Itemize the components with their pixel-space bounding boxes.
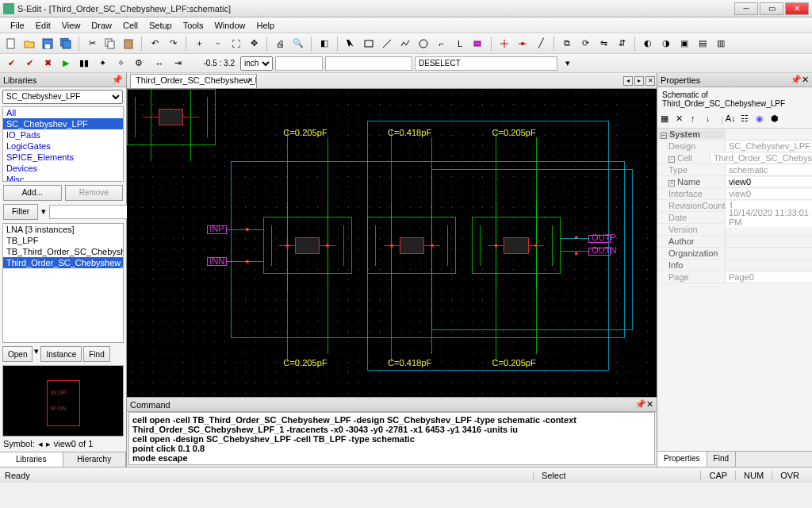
library-list[interactable]: All SC_Chebyshev_LPF IO_Pads LogicGates … — [2, 106, 124, 182]
library-select[interactable]: SC_Chebyshev_LPF — [2, 90, 123, 104]
cell-item[interactable]: LNA [3 instances] — [3, 224, 123, 235]
lib-item[interactable]: LogicGates — [3, 140, 123, 152]
lib-item[interactable]: All — [3, 107, 123, 118]
tab-libraries[interactable]: Libraries — [0, 452, 63, 467]
cell-list[interactable]: LNA [3 instances] TB_LPF TB_Third_Order_… — [2, 223, 124, 343]
units-select[interactable]: inch — [240, 56, 273, 71]
prop-pin-icon[interactable]: 📌 — [791, 75, 802, 85]
goto-icon[interactable]: ⇥ — [170, 56, 186, 71]
remove-library-button[interactable]: Remove — [65, 185, 124, 201]
prop-add-icon[interactable]: ▦ — [661, 114, 673, 126]
tool-b-icon[interactable]: ✧ — [113, 56, 128, 71]
tab-close-icon[interactable]: ✕ — [247, 76, 254, 84]
cut-icon[interactable]: ✂ — [84, 36, 100, 52]
cmd-pin-icon[interactable]: 📌 — [635, 399, 646, 410]
maximize-button[interactable]: ▭ — [760, 2, 783, 15]
minimize-button[interactable]: ─ — [734, 2, 758, 15]
misc3-icon[interactable]: ▣ — [676, 36, 692, 52]
paste-icon[interactable] — [121, 36, 136, 52]
zoom-out-icon[interactable]: － — [209, 36, 225, 52]
wire-icon[interactable] — [496, 36, 512, 52]
instance-button[interactable]: Instance — [40, 346, 82, 362]
symbol-next-icon[interactable]: ▸ — [46, 439, 51, 449]
lib-item[interactable]: SPICE_Elements — [3, 152, 123, 163]
pause-icon[interactable]: ▮▮ — [76, 56, 92, 71]
instance-icon[interactable]: ⧉ — [559, 36, 575, 52]
misc4-icon[interactable]: ▤ — [695, 36, 710, 52]
menu-window[interactable]: Window — [209, 19, 251, 32]
flip-h-icon[interactable]: ⇋ — [596, 36, 611, 52]
save-icon[interactable] — [40, 36, 56, 52]
zoom-fit-icon[interactable]: ⛶ — [228, 36, 243, 52]
menu-setup[interactable]: Setup — [144, 19, 178, 32]
symbol-prev-icon[interactable]: ◂ — [38, 439, 43, 449]
schematic-canvas[interactable]: C=0.205pFC=0.418pFC=0.205pF C=0.205pFC=0… — [127, 89, 657, 397]
filter-button[interactable]: Filter — [3, 204, 38, 220]
document-tab[interactable]: Third_Order_SC_Chebyshew_LPF:s...✕ — [130, 74, 257, 88]
field-b[interactable] — [325, 56, 412, 71]
misc2-icon[interactable]: ◑ — [658, 36, 674, 52]
undo-icon[interactable]: ↶ — [147, 36, 163, 52]
port-icon[interactable] — [470, 36, 486, 52]
prop-sort-icon[interactable]: A↓ — [726, 114, 738, 126]
rotate-icon[interactable]: ⟳ — [577, 36, 593, 52]
field-a[interactable] — [275, 56, 323, 71]
cell-item[interactable]: Third_Order_SC_Chebyshew_LPF — [3, 257, 123, 268]
prop-lock-icon[interactable]: ⬢ — [771, 114, 783, 126]
selection-mode[interactable] — [415, 56, 557, 71]
menu-tools[interactable]: Tools — [178, 19, 209, 32]
path-icon[interactable]: ⌐ — [434, 36, 450, 52]
lib-item[interactable]: Devices — [3, 163, 123, 174]
zoom-in-icon[interactable]: ＋ — [191, 36, 207, 52]
prop-tree-icon[interactable]: ☷ — [741, 114, 753, 126]
tab-hierarchy[interactable]: Hierarchy — [63, 452, 127, 467]
flip-v-icon[interactable]: ⇵ — [614, 36, 630, 52]
cross-icon[interactable]: ✖ — [40, 56, 56, 71]
prop-close-icon[interactable]: ✕ — [802, 75, 809, 85]
tab-next-icon[interactable]: ▸ — [634, 76, 644, 86]
move-icon[interactable]: ↔ — [151, 56, 167, 71]
open-cell-button[interactable]: Open — [2, 346, 33, 362]
lib-item[interactable]: Misc — [3, 174, 123, 182]
circle-icon[interactable] — [416, 36, 431, 52]
erase-icon[interactable]: ◧ — [316, 36, 332, 52]
prop-down-icon[interactable]: ↓ — [706, 114, 718, 126]
open-dropdown-icon[interactable]: ▾ — [34, 346, 39, 362]
find-icon[interactable]: 🔍 — [290, 36, 306, 52]
cell-item[interactable]: TB_LPF — [3, 235, 123, 246]
prop-up-icon[interactable]: ↑ — [691, 114, 703, 126]
tab-properties[interactable]: Properties — [657, 452, 707, 467]
lib-item[interactable]: SC_Chebyshev_LPF — [3, 118, 123, 129]
tool-c-icon[interactable]: ⚙ — [131, 56, 147, 71]
menu-file[interactable]: File — [5, 19, 30, 32]
misc5-icon[interactable]: ▥ — [713, 36, 729, 52]
prop-del-icon[interactable]: ✕ — [676, 114, 688, 126]
cmd-close-icon[interactable]: ✕ — [646, 399, 653, 410]
select-icon[interactable] — [343, 36, 358, 52]
misc1-icon[interactable]: ◐ — [640, 36, 656, 52]
filter-dropdown-icon[interactable]: ▾ — [41, 206, 46, 217]
bus-icon[interactable]: ╱ — [533, 36, 549, 52]
open-icon[interactable] — [21, 36, 37, 52]
tool-a-icon[interactable]: ✦ — [94, 56, 110, 71]
tab-find[interactable]: Find — [707, 452, 736, 467]
menu-help[interactable]: Help — [251, 19, 281, 32]
rect-icon[interactable] — [361, 36, 377, 52]
net-icon[interactable] — [515, 36, 530, 52]
close-button[interactable]: ✕ — [785, 2, 809, 15]
panel-pin-icon[interactable]: 📌 — [112, 75, 123, 85]
play-icon[interactable]: ▶ — [58, 56, 74, 71]
pan-icon[interactable]: ✥ — [246, 36, 262, 52]
line-icon[interactable] — [379, 36, 395, 52]
tab-close-all-icon[interactable]: ✕ — [645, 76, 655, 86]
menu-view[interactable]: View — [56, 19, 86, 32]
redo-icon[interactable]: ↷ — [165, 36, 181, 52]
dropdown-icon[interactable]: ▾ — [560, 56, 576, 71]
check-green-icon[interactable]: ✔ — [3, 56, 19, 71]
lib-item[interactable]: IO_Pads — [3, 129, 123, 140]
check-red-icon[interactable]: ✔ — [21, 56, 37, 71]
save-all-icon[interactable] — [58, 36, 74, 52]
prop-eye-icon[interactable]: ◉ — [756, 114, 768, 126]
find-cell-button[interactable]: Find — [83, 346, 109, 362]
copy-icon[interactable] — [102, 36, 118, 52]
